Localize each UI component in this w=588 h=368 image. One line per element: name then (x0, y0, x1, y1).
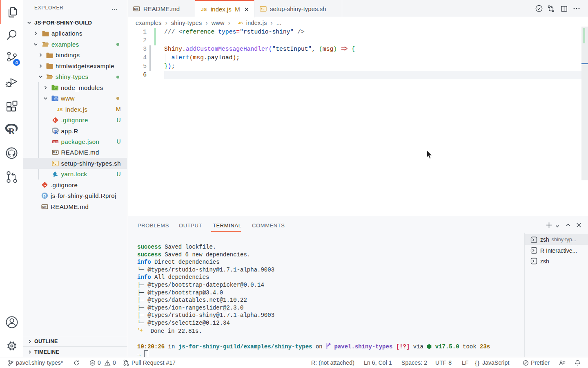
svg-text:M: M (134, 7, 137, 11)
svg-text:4: 4 (15, 60, 18, 65)
svg-text:JS: JS (57, 107, 63, 112)
svg-text:M: M (42, 205, 45, 209)
svg-text:R: R (43, 193, 46, 198)
svg-text:JS: JS (201, 7, 207, 12)
svg-text:npm: npm (52, 141, 58, 143)
svg-text:JS: JS (238, 20, 243, 25)
svg-text:JS: JS (55, 87, 58, 89)
svg-text:R: R (9, 126, 16, 135)
svg-text:M: M (53, 151, 56, 155)
svg-text:R: R (54, 129, 58, 134)
